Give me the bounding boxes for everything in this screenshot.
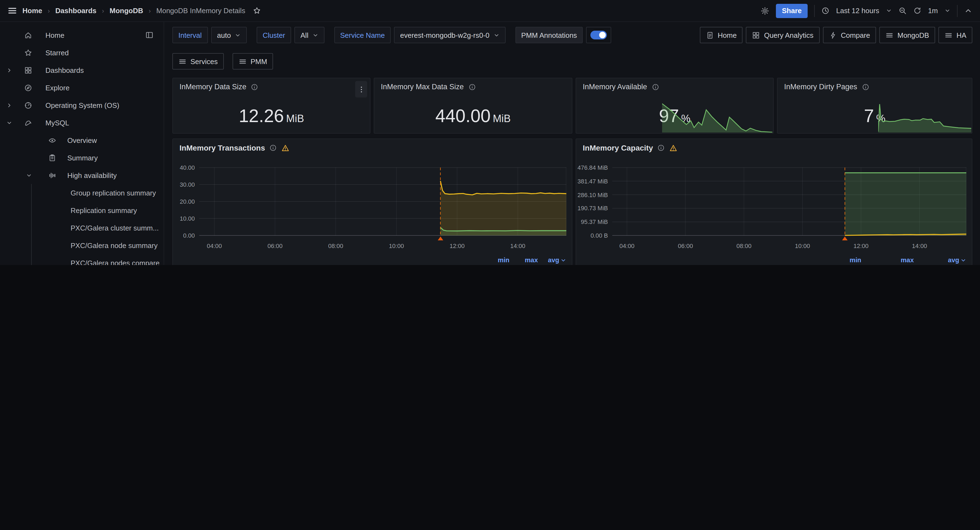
pmm-link-button[interactable]: PMM: [232, 53, 273, 70]
sidebar-item-explore[interactable]: Explore: [0, 79, 164, 96]
star-icon: [24, 48, 32, 57]
legend-sort-min[interactable]: min: [809, 256, 861, 264]
favorite-star-icon[interactable]: [253, 6, 261, 15]
panel-title[interactable]: InMemory Capacity: [583, 144, 653, 152]
top-nav-bar: Home › Dashboards › MongoDB › MongoDB In…: [0, 0, 980, 22]
info-icon[interactable]: [862, 83, 869, 91]
breadcrumb-separator: ›: [148, 7, 151, 14]
breadcrumb-home[interactable]: Home: [22, 6, 42, 15]
refresh-icon[interactable]: [913, 6, 921, 15]
sidebar-item-label: Home: [45, 31, 64, 39]
chevron-down-icon[interactable]: [945, 8, 950, 14]
sidebar-item-high-availability[interactable]: High availability: [0, 166, 164, 184]
stat-value: 12.26MiB: [173, 106, 370, 126]
legend-sort-max[interactable]: max: [509, 256, 538, 264]
x-axis-tick: 10:00: [791, 243, 815, 249]
x-axis-tick: 12:00: [849, 243, 873, 249]
chevron-down-icon: [493, 32, 499, 38]
legend-sort-min[interactable]: min: [481, 256, 509, 264]
ha-menu-button[interactable]: HA: [939, 27, 972, 43]
dashboard-settings-gear-icon[interactable]: [760, 6, 769, 15]
chart-plot-area[interactable]: [199, 168, 566, 235]
services-link-button[interactable]: Services: [172, 53, 224, 70]
doc-icon: [706, 31, 714, 39]
y-axis-tick: 30.00: [173, 181, 195, 188]
clock-icon[interactable]: [821, 6, 829, 15]
sidebar-nav: HomeStarredDashboardsExploreOperating Sy…: [0, 22, 164, 265]
grafana-dashboard: Home › Dashboards › MongoDB › MongoDB In…: [0, 0, 980, 265]
sidebar-item-label: Overview: [67, 136, 97, 144]
chevron-down-icon[interactable]: [886, 8, 892, 14]
sidebar-item-pxc-galera-nodes-compare[interactable]: PXC/Galera nodes compare: [0, 254, 164, 265]
refresh-interval-picker[interactable]: 1m: [928, 6, 938, 15]
menu-icon: [885, 31, 894, 39]
sidebar-item-summary[interactable]: Summary: [0, 149, 164, 166]
legend-header: minmaxavg: [481, 256, 566, 264]
info-icon[interactable]: [657, 144, 665, 152]
share-button[interactable]: Share: [776, 3, 808, 18]
panel-inmemory-data-size: InMemory Data Size 12.26MiB: [172, 78, 371, 134]
sidebar-item-home[interactable]: Home: [0, 26, 164, 44]
sidebar-item-label: Summary: [67, 153, 98, 162]
panel-inmemory-dirty-pages: InMemory Dirty Pages 7%: [777, 78, 972, 134]
time-range-picker[interactable]: Last 12 hours: [836, 6, 879, 15]
chevron-down-icon[interactable]: [25, 172, 33, 178]
chart-plot-area[interactable]: [612, 168, 966, 235]
sidebar-item-label: Operating System (OS): [45, 101, 119, 109]
legend-sort-max[interactable]: max: [861, 256, 914, 264]
info-icon[interactable]: [269, 144, 277, 152]
sidebar-item-group-replication-summary[interactable]: Group replication summary: [0, 184, 164, 201]
warning-icon[interactable]: [670, 144, 678, 152]
legend-sort-avg[interactable]: avg: [914, 256, 966, 264]
pmm-annotations-toggle[interactable]: [586, 27, 611, 43]
sidebar-item-pxc-galera-node-summary[interactable]: PXC/Galera node summary: [0, 236, 164, 254]
info-icon[interactable]: [251, 83, 259, 91]
legend-sort-avg[interactable]: avg: [538, 256, 566, 264]
gauge-icon: [24, 101, 32, 109]
info-icon[interactable]: [468, 83, 476, 91]
sidebar-collapse-icon[interactable]: [145, 31, 154, 40]
panel-title: InMemory Data Size: [180, 83, 247, 91]
interval-dropdown[interactable]: auto: [211, 27, 247, 43]
panel-menu-button[interactable]: [355, 81, 367, 97]
interval-label: Interval: [172, 27, 208, 43]
menu-icon: [178, 57, 186, 65]
sidebar-item-starred[interactable]: Starred: [0, 44, 164, 61]
hamburger-menu-icon[interactable]: [8, 6, 17, 15]
mongodb-menu-button[interactable]: MongoDB: [879, 27, 935, 43]
info-icon[interactable]: [651, 83, 659, 91]
sidebar-item-list: HomeStarredDashboardsExploreOperating Sy…: [0, 26, 164, 265]
toggle-pill: [591, 31, 607, 40]
chevron-right-icon[interactable]: [5, 67, 13, 73]
sidebar-item-label: Group replication summary: [71, 188, 156, 197]
collapse-toolbar-icon[interactable]: [964, 6, 972, 15]
sidebar-item-replication-summary[interactable]: Replication summary: [0, 201, 164, 219]
sidebar-item-overview[interactable]: Overview: [0, 131, 164, 149]
x-axis-tick: 04:00: [202, 243, 226, 249]
annotation-marker[interactable]: [438, 236, 443, 240]
divider: [814, 5, 815, 17]
compass-icon: [24, 83, 32, 92]
home-button[interactable]: Home: [700, 27, 743, 43]
chevron-right-icon[interactable]: [5, 102, 13, 108]
y-axis-tick: 95.37 MiB: [576, 219, 608, 225]
query-analytics-button[interactable]: Query Analytics: [746, 27, 820, 43]
sidebar-item-dashboards[interactable]: Dashboards: [0, 61, 164, 79]
cluster-dropdown[interactable]: All: [294, 27, 324, 43]
panel-title[interactable]: InMemory Transactions: [180, 144, 265, 152]
service-name-dropdown[interactable]: everest-mongodb-w2g-rs0-0: [394, 27, 505, 43]
zoom-out-icon[interactable]: [899, 6, 907, 15]
sidebar-item-mysql[interactable]: MySQL: [0, 114, 164, 131]
chevron-down-icon: [560, 257, 566, 263]
breadcrumb-mongodb[interactable]: MongoDB: [110, 6, 143, 15]
compare-button[interactable]: Compare: [822, 27, 876, 43]
home-icon: [24, 31, 32, 39]
annotation-marker[interactable]: [842, 236, 848, 240]
dashboard-links-toolbar: Services PMM: [172, 53, 273, 70]
breadcrumb-dashboards[interactable]: Dashboards: [55, 6, 96, 15]
sidebar-item-operating-system-os[interactable]: Operating System (OS): [0, 96, 164, 114]
legend-header: minmaxavg: [809, 256, 966, 264]
chevron-down-icon[interactable]: [5, 120, 13, 126]
sidebar-item-pxc-galera-cluster-summ[interactable]: PXC/Galera cluster summ...: [0, 219, 164, 236]
warning-icon[interactable]: [282, 144, 290, 152]
